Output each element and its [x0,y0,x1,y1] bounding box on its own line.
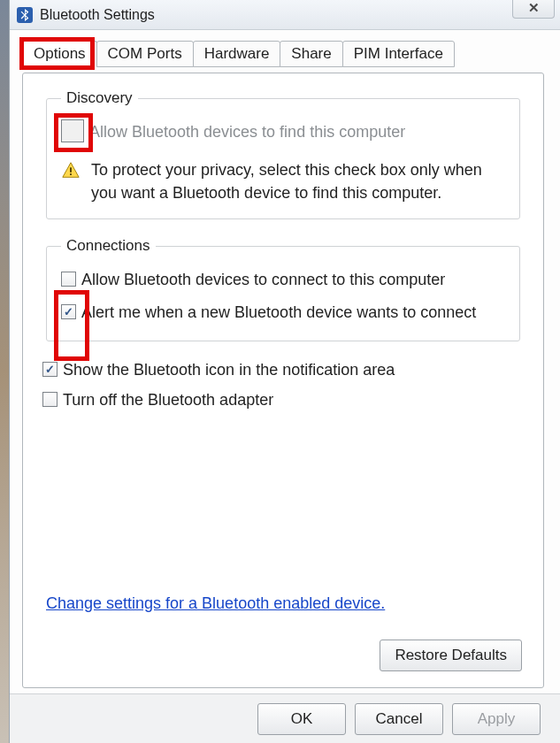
allow-connect-label: Allow Bluetooth devices to connect to th… [81,269,445,290]
options-panel: Discovery Allow Bluetooth devices to fin… [22,73,544,688]
turn-off-adapter-label: Turn off the Bluetooth adapter [63,389,273,410]
svg-rect-1 [70,174,72,176]
close-button[interactable]: ✕ [512,0,555,19]
allow-discovery-label: Allow Bluetooth devices to find this com… [89,121,405,142]
svg-rect-0 [70,168,72,173]
turn-off-adapter-checkbox[interactable] [42,392,58,407]
discovery-legend: Discovery [61,89,138,107]
discovery-warning-text: To protect your privacy, select this che… [91,158,505,204]
connections-legend: Connections [61,237,156,255]
window-title: Bluetooth Settings [40,7,155,23]
discovery-group: Discovery Allow Bluetooth devices to fin… [46,89,520,219]
tab-strip: Options COM Ports Hardware Share PIM Int… [22,41,560,67]
close-icon: ✕ [528,0,540,16]
show-icon-checkbox[interactable] [42,362,58,377]
dialog-footer: OK Cancel Apply [10,693,560,743]
alert-connect-checkbox[interactable] [61,304,76,319]
show-icon-label: Show the Bluetooth icon in the notificat… [63,359,395,380]
tab-com-ports[interactable]: COM Ports [96,41,194,67]
tab-hardware[interactable]: Hardware [193,41,281,67]
ok-button[interactable]: OK [257,703,346,735]
allow-connect-checkbox[interactable] [61,272,76,287]
restore-defaults-button[interactable]: Restore Defaults [380,640,522,671]
bluetooth-icon [17,7,33,23]
titlebar: Bluetooth Settings ✕ [10,0,560,30]
allow-discovery-checkbox[interactable] [61,119,84,142]
desktop-edge [0,0,9,743]
tab-share[interactable]: Share [280,41,342,67]
tab-pim-interface[interactable]: PIM Interface [342,41,455,67]
tab-options[interactable]: Options [22,41,97,67]
change-device-settings-link[interactable]: Change settings for a Bluetooth enabled … [46,594,385,613]
alert-connect-label: Alert me when a new Bluetooth device wan… [81,302,476,323]
warning-icon [61,161,81,180]
apply-button[interactable]: Apply [452,703,541,735]
connections-group: Connections Allow Bluetooth devices to c… [46,237,520,341]
cancel-button[interactable]: Cancel [355,703,443,735]
bluetooth-settings-window: Bluetooth Settings ✕ Options COM Ports H… [9,0,560,743]
